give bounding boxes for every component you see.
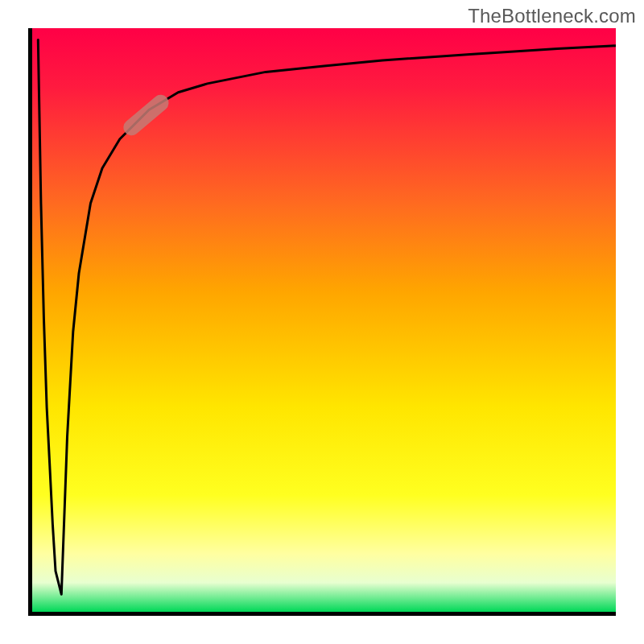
watermark-text: TheBottleneck.com xyxy=(468,5,636,27)
highlight-pill xyxy=(131,103,160,128)
curve-layer xyxy=(32,28,616,612)
chart-stage: TheBottleneck.com xyxy=(0,0,644,644)
plot-area xyxy=(28,28,616,616)
